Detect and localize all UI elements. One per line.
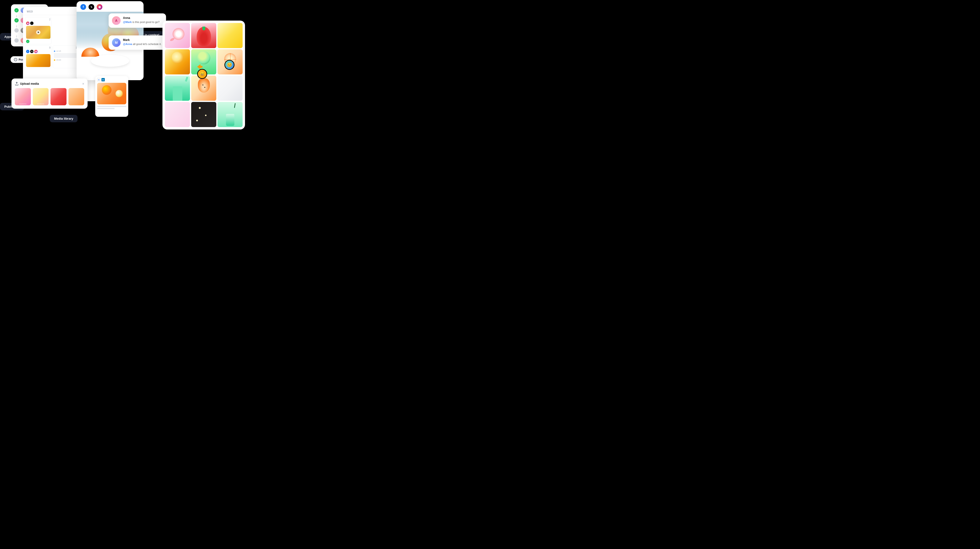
avatar-person-1: 😊: [227, 62, 232, 67]
time-dot-blue: [54, 51, 55, 52]
cal-cell-9: 9 f 𝕏 ◉: [25, 45, 52, 68]
instagram-icon-sm: ◉: [26, 22, 29, 25]
check-anne: [14, 38, 19, 43]
time-slot-1: 12:15: [54, 50, 78, 52]
post-approved-check: ✓: [26, 40, 29, 43]
media-library-badge: Media library: [50, 115, 78, 122]
mark-mention: @Mark: [123, 21, 132, 24]
time-slot-2: 15:20: [54, 59, 78, 61]
instagram-icon-main: ◉: [97, 4, 102, 10]
check-ingrid: ✓: [14, 18, 19, 22]
upload-thumbs: strawberies strawberies: [15, 88, 84, 105]
media-cell-9: [218, 76, 243, 101]
time-15: 15:20: [56, 59, 61, 61]
media-cell-10: [165, 102, 190, 127]
play-triangle: [38, 31, 39, 33]
media-cell-7: [165, 76, 190, 101]
mark-name: Mark: [123, 38, 162, 41]
li-social-row: G in: [97, 78, 126, 81]
anna-mention: @Anna: [123, 43, 132, 46]
time-12: 12:15: [56, 50, 61, 52]
arrow-icon: [197, 64, 202, 69]
feedback-anna-bubble: A Anna @Mark is this post good to go?: [109, 13, 166, 28]
post-thumb-pineapple: [26, 26, 51, 39]
upload-media-card: Upload media × strawberies strawberies: [11, 78, 88, 109]
cal-day-label: WED: [27, 10, 33, 13]
media-cell-11: [191, 102, 216, 127]
tiktok-icon-sm: ♪: [30, 22, 33, 25]
svg-marker-0: [197, 64, 202, 69]
text-line-1: [97, 106, 126, 107]
check-jack: ✓: [14, 8, 19, 13]
media-cell-2: [191, 23, 216, 48]
cal-num-10: 10: [54, 46, 78, 49]
x-icon-sm: 𝕏: [30, 50, 33, 53]
thumb-label-2: strawberies: [37, 103, 44, 105]
li-fruit-image: [97, 83, 126, 104]
mark-text: @Anna all good let's schedule it.: [123, 42, 162, 46]
cal-num-9: 9: [26, 46, 51, 49]
li-text-lines: [97, 106, 126, 109]
google-icon: G: [97, 78, 100, 81]
upload-thumb-4[interactable]: [68, 88, 84, 105]
media-cell-12: [218, 102, 243, 127]
check-samuel: [14, 28, 19, 33]
anna-name: Anna: [123, 16, 159, 20]
x-icon-main: 𝕏: [89, 4, 94, 10]
facebook-icon-sm: f: [26, 50, 29, 53]
text-line-2: [97, 108, 115, 109]
linkedin-icon: in: [102, 78, 105, 81]
media-cell-1: [165, 23, 190, 48]
upload-title-row: Upload media: [15, 82, 39, 86]
upload-title: Upload media: [20, 82, 39, 86]
cal-num-2: 2: [26, 18, 51, 21]
upload-icon: [15, 82, 19, 86]
mark-avatar: M: [112, 38, 121, 47]
cal-cell-1: 2 ◉ ♪ ✓: [25, 17, 52, 44]
media-cell-3: [218, 23, 243, 48]
mark-message: Mark @Anna all good let's schedule it.: [123, 38, 162, 46]
clock-icon: [14, 58, 17, 61]
collab-avatar-2: 😄: [197, 69, 207, 79]
upload-thumb-3[interactable]: [51, 88, 67, 105]
collab-avatars: 😊: [224, 60, 234, 70]
thumb-label-1: strawberies: [19, 103, 27, 105]
social-icons-row2: f 𝕏 ◉: [26, 50, 51, 53]
anna-avatar: A: [112, 16, 121, 25]
media-cell-4: [165, 49, 190, 75]
media-cell-8: [191, 76, 216, 101]
social-icons-top: ◉ ♪: [26, 22, 51, 25]
time-dot-yellow: [54, 59, 55, 61]
facebook-icon-main: f: [80, 4, 86, 10]
main-scene: Planning Approvals Publishing Feedback i…: [0, 0, 245, 137]
close-button[interactable]: ×: [82, 82, 84, 86]
post-thumb-yellow: [26, 54, 51, 67]
play-button[interactable]: [36, 30, 40, 35]
feedback-mark-bubble: M Mark @Anna all good let's schedule it.: [109, 35, 167, 50]
anna-text: @Mark is this post good to go?: [123, 20, 159, 24]
collab-avatar-1: 😊: [224, 60, 234, 70]
upload-thumb-2[interactable]: strawberies: [33, 88, 49, 105]
cal-cell-2: [52, 17, 80, 44]
linkedin-post-card: G in: [95, 76, 128, 117]
cal-cell-10: 10 12:15 15:20: [52, 45, 80, 68]
upload-header: Upload media ×: [15, 82, 84, 86]
main-social-bar: f 𝕏 ◉: [76, 1, 143, 12]
ig-icon-sm: ◉: [34, 50, 38, 53]
avatar-person-2: 😄: [200, 71, 205, 76]
anna-message: Anna @Mark is this post good to go?: [123, 16, 159, 24]
media-library-label: Media library: [54, 117, 73, 120]
upload-thumb-1[interactable]: strawberies: [15, 88, 31, 105]
